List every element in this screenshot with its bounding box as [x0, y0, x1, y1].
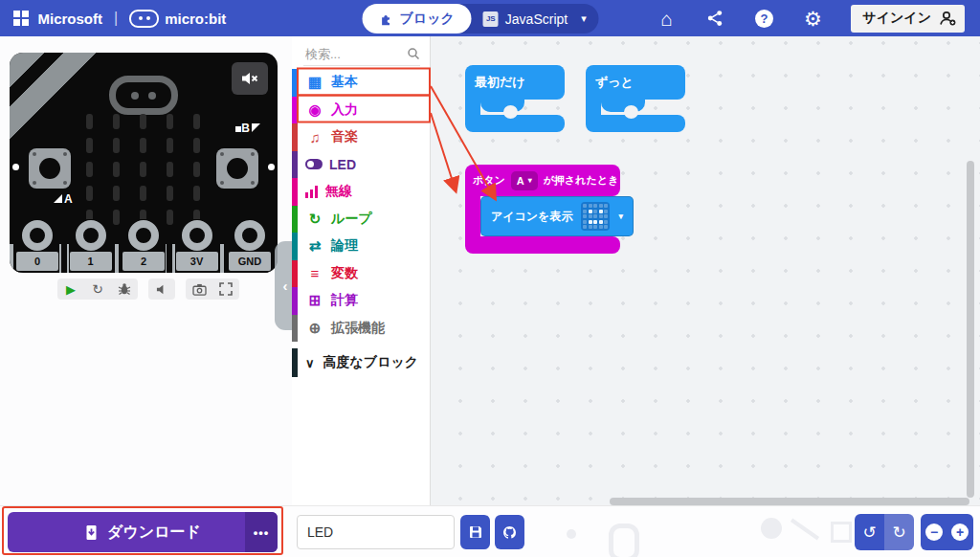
button-a-label: A — [54, 192, 73, 206]
vertical-scrollbar[interactable] — [967, 161, 974, 498]
share-icon[interactable] — [704, 8, 725, 29]
microsoft-logo-icon — [13, 11, 29, 26]
pin-2[interactable]: 2 — [122, 219, 166, 273]
horizontal-scrollbar[interactable] — [610, 498, 969, 505]
category-label: 計算 — [331, 292, 358, 309]
watermark-shape — [761, 518, 782, 539]
puzzle-icon — [380, 12, 393, 26]
led-pixel — [86, 162, 93, 177]
icon-pixel — [583, 204, 587, 208]
block-on-start[interactable]: 最初だけ — [465, 65, 565, 132]
undo-button[interactable]: ↺ — [855, 514, 884, 550]
icon-pixel — [599, 220, 603, 224]
icon-pixel — [589, 210, 592, 213]
shuffle-icon: ⇄ — [305, 237, 324, 255]
toolbox-category-led-toggle[interactable]: LED — [292, 151, 430, 179]
loop-arrow-icon: ↻ — [305, 211, 324, 228]
category-color-strip — [292, 123, 298, 151]
search-input[interactable] — [303, 46, 407, 62]
zoom-in-button[interactable]: + — [951, 524, 969, 541]
pin-label: 1 — [70, 252, 112, 271]
led-matrix — [86, 114, 200, 225]
led-pixel — [140, 186, 146, 201]
mute-button[interactable] — [232, 62, 268, 95]
block-on-button-pressed[interactable]: ボタン A ▾ が押されたとき アイコンを表示 ▾ — [465, 165, 620, 254]
brand-area: Microsoft | micro:bit — [0, 10, 226, 28]
button-a[interactable] — [29, 148, 71, 189]
lines-icon: ≡ — [305, 265, 324, 281]
icon-pixel — [604, 220, 608, 224]
toolbox-category-grid[interactable]: ▦基本 — [292, 69, 430, 97]
signin-label: サインイン — [862, 10, 931, 27]
led-pixel — [140, 162, 146, 177]
simulator-controls: ▶ ↻ — [57, 278, 239, 300]
category-color-strip — [292, 97, 298, 124]
github-button[interactable] — [495, 515, 524, 549]
pin-hole — [182, 220, 212, 251]
signin-button[interactable]: サインイン — [851, 5, 965, 33]
fullscreen-icon[interactable] — [218, 281, 234, 297]
simulator-panel: A B 0123VGND ▶ ↻ — [0, 36, 293, 505]
undo-redo-group: ↺ ↻ — [855, 514, 914, 550]
home-icon[interactable]: ⌂ — [656, 8, 677, 29]
redo-button[interactable]: ↻ — [884, 514, 914, 550]
led-pixel — [86, 138, 93, 153]
pin-1[interactable]: 1 — [69, 219, 113, 273]
toolbox-category-advanced[interactable]: ∨ 高度なブロック — [292, 348, 430, 377]
download-more-button[interactable]: ••• — [245, 512, 278, 552]
category-label: ループ — [331, 211, 372, 228]
pin-label: 2 — [122, 252, 165, 271]
help-icon[interactable]: ? — [753, 8, 774, 29]
icon-picker-dropdown[interactable] — [581, 202, 610, 231]
makecode-editor: Microsoft | micro:bit ブロック JS JavaScript… — [0, 0, 980, 557]
icon-pixel — [589, 204, 592, 208]
bottom-bar: ダウンロード ••• ↺ ↻ − + — [0, 505, 980, 557]
button-b[interactable] — [216, 148, 258, 189]
play-button[interactable]: ▶ — [63, 281, 78, 297]
button-dropdown[interactable]: A ▾ — [511, 171, 538, 190]
save-button[interactable] — [460, 515, 490, 549]
icon-pixel — [589, 214, 592, 218]
led-pixel — [167, 186, 173, 201]
sound-button[interactable] — [154, 281, 169, 297]
workspace-canvas[interactable]: 最初だけ ずっと ボタン A ▾ が押されたとき アイコンを表示 — [431, 36, 980, 505]
toolbox-category-headphones[interactable]: ♫音楽 — [292, 123, 430, 151]
toolbox-category-input-circle[interactable]: ◉入力 — [292, 97, 430, 124]
led-pixel — [113, 186, 120, 201]
category-label: 変数 — [331, 265, 358, 282]
led-pixel — [193, 162, 200, 177]
download-icon — [84, 524, 99, 541]
toolbox-category-calculator[interactable]: ⊞計算 — [292, 287, 430, 315]
toolbox-category-radio-bars[interactable]: 無線 — [292, 178, 430, 206]
download-label: ダウンロード — [107, 523, 201, 543]
gear-icon[interactable]: ⚙ — [802, 8, 823, 29]
toolbox-category-shuffle[interactable]: ⇄論理 — [292, 233, 430, 260]
download-button[interactable]: ダウンロード ••• — [8, 512, 278, 552]
tab-javascript[interactable]: JS JavaScript — [472, 11, 579, 27]
block-forever[interactable]: ずっと — [586, 65, 685, 132]
icon-pixel — [583, 225, 587, 229]
header-bar: Microsoft | micro:bit ブロック JS JavaScript… — [0, 0, 980, 36]
toolbox-category-loop-arrow[interactable]: ↻ループ — [292, 206, 430, 234]
pin-0[interactable]: 0 — [15, 219, 59, 273]
project-name-input[interactable] — [297, 515, 455, 549]
category-color-strip — [292, 151, 298, 179]
tab-blocks[interactable]: ブロック — [363, 4, 472, 33]
toolbox-category-lines[interactable]: ≡変数 — [292, 260, 430, 288]
restart-button[interactable]: ↻ — [90, 281, 105, 297]
microbit-logo-touch[interactable] — [109, 76, 178, 115]
pin-GND[interactable]: GND — [228, 219, 272, 273]
chevron-down-icon[interactable]: ▾ — [579, 12, 599, 25]
toolbox-category-plus-circle[interactable]: ⊕拡張機能 — [292, 315, 430, 343]
block-show-icon[interactable]: アイコンを表示 ▾ — [480, 196, 634, 236]
pin-3V[interactable]: 3V — [175, 219, 219, 273]
icon-pixel — [604, 214, 608, 218]
led-pixel — [140, 138, 146, 153]
screenshot-icon[interactable] — [191, 281, 207, 297]
icon-pixel — [604, 204, 608, 208]
search-box — [303, 42, 420, 66]
zoom-out-button[interactable]: − — [925, 524, 943, 541]
brand-divider: | — [114, 10, 118, 27]
pin-label: GND — [229, 252, 271, 271]
debug-icon[interactable] — [117, 281, 132, 297]
